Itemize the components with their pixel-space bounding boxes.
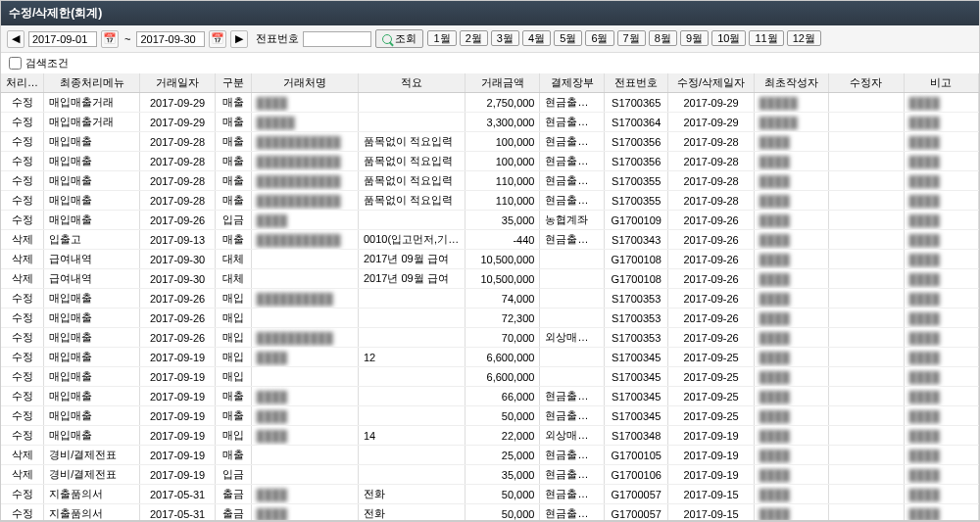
cell-note: ████ <box>904 406 979 426</box>
column-header[interactable]: 결제장부 <box>540 73 604 93</box>
cell-menu: 매입매출 <box>44 387 140 406</box>
cell-date: 2017-09-26 <box>140 289 215 308</box>
month-button[interactable]: 5월 <box>554 30 582 46</box>
table-row[interactable]: 삭제급여내역2017-09-30대체2017년 09월 급여10,500,000… <box>1 269 979 289</box>
date-from-input[interactable] <box>28 31 97 47</box>
cell-menu: 지출품의서 <box>44 504 140 521</box>
table-row[interactable]: 수정매입매출2017-09-26입금████35,000농협계좌G1700109… <box>1 211 979 230</box>
cell-book: 현금출납장 <box>540 191 604 211</box>
month-button[interactable]: 4월 <box>522 30 551 46</box>
table-row[interactable]: 수정매입매출2017-09-28매출███████████품목없이 적요입력11… <box>1 191 979 211</box>
column-header[interactable]: 구분 <box>215 73 251 93</box>
column-header[interactable]: 처리상태 <box>1 73 44 93</box>
month-button[interactable]: 9월 <box>680 30 709 46</box>
table-row[interactable]: 수정매입매출거래2017-09-29매출█████3,300,000현금출납장S… <box>1 113 979 132</box>
column-header[interactable]: 거래금액 <box>466 73 540 93</box>
cell-editor <box>829 269 904 289</box>
table-row[interactable]: 수정매입매출2017-09-19매입6,600,000S17003452017-… <box>1 367 979 387</box>
cell-note: ████ <box>904 504 979 521</box>
cell-amount: 50,000 <box>466 504 540 521</box>
cell-book: 현금출납장 <box>540 230 604 250</box>
month-button[interactable]: 6월 <box>585 30 613 46</box>
cell-status: 삭제 <box>1 465 44 485</box>
table-row[interactable]: 수정매입매출2017-09-26매입██████████70,000외상매입장S… <box>1 328 979 348</box>
month-button[interactable]: 3월 <box>491 30 519 46</box>
cell-author: ████ <box>754 328 828 348</box>
cell-mdate: 2017-09-19 <box>668 465 754 485</box>
cell-date: 2017-09-13 <box>140 230 215 250</box>
cell-memo: 14 <box>358 426 465 446</box>
table-row[interactable]: 수정지출품의서2017-05-31출금████전화50,000현금출납장G170… <box>1 485 979 504</box>
cell-menu: 매입매출 <box>44 211 140 230</box>
cell-amount: 110,000 <box>466 191 540 211</box>
table-row[interactable]: 수정매입매출2017-09-19매입████126,600,000S170034… <box>1 348 979 367</box>
table-header-row: 처리상태최종처리메뉴거래일자구분거래처명적요거래금액결제장부전표번호수정/삭제일… <box>1 73 979 93</box>
month-button[interactable]: 11월 <box>749 30 783 46</box>
month-button[interactable]: 12월 <box>787 30 821 46</box>
table-row[interactable]: 삭제경비/결제전표2017-09-19입금35,000현금출납장G1700106… <box>1 465 979 485</box>
cell-slip: G1700108 <box>604 269 667 289</box>
calendar-icon[interactable]: 📅 <box>209 30 226 48</box>
table-row[interactable]: 수정매입매출2017-09-28매출███████████품목없이 적요입력11… <box>1 171 979 191</box>
calendar-left-icon[interactable]: ◀ <box>7 30 24 48</box>
table-row[interactable]: 수정매입매출2017-09-28매출███████████품목없이 적요입력10… <box>1 152 979 171</box>
cell-memo: 품목없이 적요입력 <box>358 171 465 191</box>
column-header[interactable]: 수정자 <box>829 73 904 93</box>
calendar-icon[interactable]: 📅 <box>101 30 119 48</box>
table-row[interactable]: 수정매입매출2017-09-26매입72,300S17003532017-09-… <box>1 308 979 328</box>
cell-partner: ████ <box>251 504 358 521</box>
table-row[interactable]: 수정매입매출2017-09-19매출████50,000현금출납장S170034… <box>1 406 979 426</box>
cell-menu: 매입매출 <box>44 367 140 387</box>
table-row[interactable]: 수정매입매출2017-09-28매출███████████품목없이 적요입력10… <box>1 132 979 152</box>
cell-editor <box>829 446 904 465</box>
search-button[interactable]: 조회 <box>375 29 423 48</box>
month-button[interactable]: 8월 <box>649 30 677 46</box>
cell-editor <box>829 171 904 191</box>
table-row[interactable]: 수정매입매출2017-09-19매출████66,000현금출납장S170034… <box>1 387 979 406</box>
cell-memo <box>358 446 465 465</box>
cell-date: 2017-09-19 <box>140 387 215 406</box>
table-row[interactable]: 삭제급여내역2017-09-30대체2017년 09월 급여10,500,000… <box>1 250 979 269</box>
cell-amount: 22,000 <box>466 426 540 446</box>
month-button[interactable]: 2월 <box>460 30 488 46</box>
toolbar: ◀ 📅 ~ 📅 ▶ 전표번호 조회 1월 2월 3월 4월 5월 6월 7월 8… <box>1 25 979 53</box>
table-row[interactable]: 수정매입매출2017-09-19매입████1422,000외상매입장S1700… <box>1 426 979 446</box>
column-header[interactable]: 적요 <box>358 73 465 93</box>
table-row[interactable]: 삭제경비/결제전표2017-09-19매출25,000현금출납장G1700105… <box>1 446 979 465</box>
column-header[interactable]: 최초작성자 <box>754 73 828 93</box>
date-to-input[interactable] <box>136 31 205 47</box>
cell-note: ████ <box>904 152 979 171</box>
slip-no-input[interactable] <box>303 31 371 47</box>
cell-book: 현금출납장 <box>540 132 604 152</box>
table-row[interactable]: 수정매입매출2017-09-26매입██████████74,000S17003… <box>1 289 979 308</box>
cell-partner: ████ <box>251 93 358 113</box>
cell-status: 수정 <box>1 191 44 211</box>
cell-slip: S1700345 <box>604 348 667 367</box>
cell-mdate: 2017-09-26 <box>668 289 754 308</box>
month-button[interactable]: 10월 <box>711 30 746 46</box>
column-header[interactable]: 거래처명 <box>251 73 358 93</box>
column-header[interactable]: 수정/삭제일자 <box>668 73 754 93</box>
tilde-separator: ~ <box>122 33 132 45</box>
cell-status: 수정 <box>1 348 44 367</box>
filter-checkbox[interactable] <box>9 57 22 70</box>
cell-mdate: 2017-09-25 <box>668 387 754 406</box>
cell-menu: 입출고 <box>44 230 140 250</box>
cell-note: ████ <box>904 367 979 387</box>
month-button[interactable]: 7월 <box>617 30 646 46</box>
calendar-right-icon[interactable]: ▶ <box>230 30 248 48</box>
month-button[interactable]: 1월 <box>427 30 456 46</box>
cell-amount: -440 <box>466 230 540 250</box>
table-row[interactable]: 수정매입매출거래2017-09-29매출████2,750,000현금출납장S1… <box>1 93 979 113</box>
column-header[interactable]: 전표번호 <box>604 73 667 93</box>
table-row[interactable]: 수정지출품의서2017-05-31출금████전화50,000현금출납장G170… <box>1 504 979 521</box>
column-header[interactable]: 최종처리메뉴 <box>44 73 140 93</box>
column-header[interactable]: 거래일자 <box>140 73 215 93</box>
cell-book <box>540 289 604 308</box>
cell-menu: 급여내역 <box>44 250 140 269</box>
cell-book <box>540 348 604 367</box>
cell-editor <box>829 328 904 348</box>
cell-memo <box>358 406 465 426</box>
table-row[interactable]: 삭제입출고2017-09-13매출███████████0010(입고먼저,기초… <box>1 230 979 250</box>
column-header[interactable]: 비고 <box>904 73 979 93</box>
